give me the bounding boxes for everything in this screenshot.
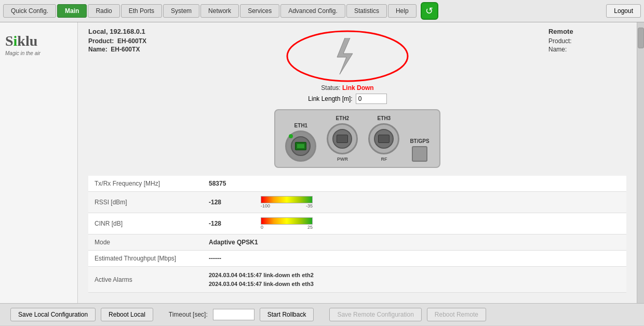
- logo-tagline: Magic in the air: [5, 50, 41, 56]
- local-title: Local, 192.168.0.1: [88, 28, 146, 35]
- port-eth3-connector: [378, 135, 390, 143]
- stat-row-throughput: Estimated Throughput [Mbps] ------: [88, 251, 626, 267]
- stat-value-alarms: 2024.03.04 04:15:47 link-down eth eth2 2…: [203, 267, 626, 293]
- port-eth2-circle: [327, 123, 358, 154]
- scrollbar[interactable]: [637, 22, 644, 303]
- stat-row-rssi: RSSI [dBm] -128 -100 -35: [88, 192, 626, 213]
- remote-product-line: Product:: [548, 37, 626, 45]
- stat-extra-cinr: 0 25: [254, 213, 626, 234]
- rssi-bar-labels: -100 -35: [261, 203, 313, 208]
- link-status-oval: [285, 30, 410, 82]
- timeout-input[interactable]: [213, 309, 254, 320]
- stat-value-mode: Adaptive QPSK1: [203, 234, 626, 251]
- center-panel: Local, 192.168.0.1 Product: EH-600TX Nam…: [78, 22, 637, 303]
- port-eth3: ETH3 RF: [368, 115, 399, 162]
- port-eth3-inner: [374, 129, 394, 149]
- rssi-bar: [261, 196, 313, 203]
- save-remote-button: Save Remote Configuration: [329, 308, 421, 321]
- port-eth2: ETH2 PWR: [327, 115, 358, 162]
- port-eth1: ETH1: [285, 123, 316, 162]
- port-row: ETH1 ETH2: [285, 115, 429, 162]
- local-info: Local, 192.168.0.1 Product: EH-600TX Nam…: [88, 28, 146, 54]
- stats-table: Tx/Rx Frequency [MHz] 58375 RSSI [dBm] -…: [88, 176, 626, 293]
- tab-help[interactable]: Help: [388, 4, 417, 18]
- tab-statistics[interactable]: Statistics: [346, 4, 387, 18]
- link-length-row: Link Length [m]:: [308, 94, 386, 104]
- lightning-svg: [285, 30, 410, 82]
- device-box: ETH1 ETH2: [274, 109, 440, 168]
- port-eth1-indicator: [289, 134, 293, 138]
- scrollbar-thumb[interactable]: [638, 28, 644, 48]
- remote-product-label: Product:: [548, 37, 572, 45]
- alarm-line-2: 2024.03.04 04:15:47 link-down eth eth3: [209, 280, 620, 289]
- alarm-line-1: 2024.03.04 04:15:47 link-down eth eth2: [209, 271, 620, 280]
- stat-extra-rssi: -100 -35: [254, 192, 626, 213]
- stat-row-alarms: Active Alarms 2024.03.04 04:15:47 link-d…: [88, 267, 626, 293]
- port-eth1-circle: [285, 131, 316, 162]
- local-product-label: Product:: [88, 37, 114, 45]
- alarm-text: 2024.03.04 04:15:47 link-down eth eth2 2…: [209, 271, 620, 288]
- remote-title: Remote: [548, 28, 626, 35]
- tab-system[interactable]: System: [163, 4, 199, 18]
- port-eth3-label: ETH3: [378, 115, 391, 121]
- port-eth3-sub: RF: [381, 157, 387, 162]
- start-rollback-button[interactable]: Start Rollback: [260, 308, 314, 321]
- stat-label-cinr: CINR [dB]: [88, 213, 203, 234]
- tab-radio[interactable]: Radio: [88, 4, 119, 18]
- stat-label-frequency: Tx/Rx Frequency [MHz]: [88, 176, 203, 192]
- remote-name-line: Name:: [548, 46, 626, 53]
- local-name-line: Name: EH-600TX: [88, 46, 146, 53]
- stat-value-throughput: ------: [203, 251, 626, 267]
- port-btgps-box: [412, 146, 427, 162]
- port-btgps-label: BT/GPS: [410, 138, 429, 144]
- cinr-bar-container: 0 25: [261, 217, 620, 230]
- device-diagram: ETH1 ETH2: [88, 109, 626, 168]
- tab-network[interactable]: Network: [200, 4, 239, 18]
- link-length-label: Link Length [m]:: [308, 95, 352, 102]
- local-name-value: EH-600TX: [111, 46, 140, 53]
- cinr-max-label: 25: [307, 225, 313, 230]
- rssi-min-label: -100: [261, 203, 270, 208]
- refresh-button[interactable]: ↺: [421, 2, 438, 20]
- remote-info: Remote Product: Name:: [548, 28, 626, 54]
- tab-eth-ports[interactable]: Eth Ports: [121, 4, 162, 18]
- cinr-bar: [261, 217, 313, 225]
- cinr-bar-labels: 0 25: [261, 225, 313, 230]
- top-nav: Quick Config. Main Radio Eth Ports Syste…: [0, 0, 644, 22]
- remote-name-label: Name:: [548, 46, 567, 53]
- rssi-bar-container: -100 -35: [261, 196, 620, 208]
- stat-row-mode: Mode Adaptive QPSK1: [88, 234, 626, 251]
- port-eth1-inner: [291, 136, 311, 156]
- port-btgps: BT/GPS: [410, 138, 429, 162]
- status-line: Status: Link Down: [321, 84, 373, 92]
- left-panel: Siklu Magic in the air: [0, 22, 78, 303]
- logo-area: Siklu Magic in the air: [5, 33, 41, 56]
- tab-quick-config[interactable]: Quick Config.: [3, 4, 56, 18]
- port-eth2-connector: [337, 135, 348, 143]
- stat-row-cinr: CINR [dB] -128 0 25: [88, 213, 626, 234]
- timeout-label: Timeout [sec]:: [169, 311, 208, 318]
- info-row: Local, 192.168.0.1 Product: EH-600TX Nam…: [88, 28, 626, 104]
- link-length-input[interactable]: [356, 94, 387, 104]
- footer: Save Local Configuration Reboot Local Ti…: [0, 303, 644, 325]
- stat-label-throughput: Estimated Throughput [Mbps]: [88, 251, 203, 267]
- stat-row-frequency: Tx/Rx Frequency [MHz] 58375: [88, 176, 626, 192]
- tab-advanced-config[interactable]: Advanced Config.: [280, 4, 345, 18]
- port-eth3-circle: [368, 123, 399, 154]
- tab-services[interactable]: Services: [240, 4, 279, 18]
- port-eth1-label: ETH1: [294, 123, 308, 128]
- main-content: Siklu Magic in the air Local, 192.168.0.…: [0, 22, 644, 303]
- logo-text: Siklu: [5, 33, 41, 49]
- tab-main[interactable]: Main: [57, 4, 87, 18]
- logout-button[interactable]: Logout: [606, 4, 641, 18]
- stat-extra-frequency: [254, 176, 626, 192]
- link-status-area: Status: Link Down Link Length [m]:: [285, 30, 410, 104]
- stat-label-alarms: Active Alarms: [88, 267, 203, 293]
- reboot-remote-button: Reboot Remote: [427, 308, 486, 321]
- reboot-local-button[interactable]: Reboot Local: [101, 308, 153, 321]
- rssi-max-label: -35: [306, 203, 313, 208]
- save-local-button[interactable]: Save Local Configuration: [10, 308, 96, 321]
- status-value: Link Down: [342, 84, 374, 92]
- stat-label-rssi: RSSI [dBm]: [88, 192, 203, 213]
- stat-value-rssi: -128: [203, 192, 254, 213]
